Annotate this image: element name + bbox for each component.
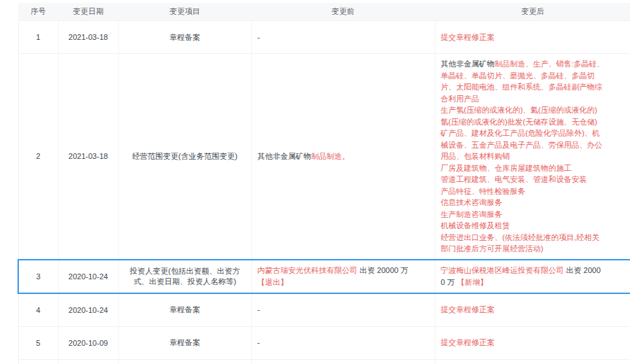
table-header: 序号 变更日期 变更项目 变更前 变更后 xyxy=(18,3,630,21)
text-segment: 内蒙古瑞安光伏科技有限公司 xyxy=(258,266,358,274)
before-cell: - xyxy=(251,21,435,54)
item-cell: 经营范围变更(含业务范围变更) xyxy=(118,54,251,260)
text-segment: 片、太阳能电池、组件和系统、多晶硅副产物综 xyxy=(441,83,603,91)
text-segment: 提交章程修正案 xyxy=(441,305,495,314)
text-line: - xyxy=(258,31,429,43)
item-cell: 联络员备案带有*标记的为法定代表人 xyxy=(118,359,251,364)
text-line: 提交章程修正案 xyxy=(441,31,626,43)
text-segment: 提交章程修正案 xyxy=(441,33,495,41)
text-line: 其他非金属矿物制品制造、生产、销售:多晶硅、 xyxy=(441,58,626,70)
date-cell: 2021-03-18 xyxy=(58,54,118,260)
text-line: 信息技术咨询服务 xyxy=(441,197,626,209)
item-label: 经营范围变更(含业务范围变更) xyxy=(125,151,246,162)
before-cell: 内蒙古瑞安光伏科技有限公司 出资 20000 万【退出】 xyxy=(251,260,435,293)
column-header-seq: 序号 xyxy=(18,3,58,21)
text-line: - xyxy=(258,304,429,316)
text-segment: 提交章程修正案 xyxy=(441,338,495,346)
after-cell: 提交章程修正案 xyxy=(435,21,630,54)
text-line: 用品、包装材料购销 xyxy=(441,150,626,162)
text-segment: 用品、包装材料购销 xyxy=(441,152,510,160)
text-segment: 0 万 xyxy=(441,278,457,286)
item-cell: 章程备案 xyxy=(118,293,251,327)
seq-cell: 1 xyxy=(18,21,58,54)
text-segment: 宁波梅山保税港区峰运投资有限公司 xyxy=(441,266,564,274)
text-line: 0 万 【新增】 xyxy=(441,276,625,288)
text-line: 氩(压缩的或液化的)批发(无储存设施、无仓储) xyxy=(441,116,626,128)
text-segment: 其他非金属矿物 xyxy=(441,59,495,68)
text-segment: 出资 2000 xyxy=(564,266,601,274)
seq-cell: 5 xyxy=(18,326,58,359)
text-line: 产品特征、特性检验服务 xyxy=(441,186,626,197)
table-row: 22021-03-18经营范围变更(含业务范围变更)其他非金属矿物制品制造。其他… xyxy=(18,54,630,260)
column-header-date: 变更日期 xyxy=(58,3,118,21)
item-label: 章程备案 xyxy=(125,32,246,43)
before-cell: - xyxy=(251,326,435,359)
text-line: 片、太阳能电池、组件和系统、多晶硅副产物综 xyxy=(441,81,626,93)
text-line: 单晶硅、单晶切片、磨抛光、多晶硅、多晶切 xyxy=(441,70,626,82)
before-cell: 其他非金属矿物制品制造。 xyxy=(251,54,435,260)
table-row-highlighted: 32020-10-24投资人变更(包括出资额、出资方式、出资日期、投资人名称等)… xyxy=(18,260,630,293)
text-segment: 氩(压缩的或液化的)批发(无储存设施、无仓储) xyxy=(441,118,598,126)
change-records-table: 序号 变更日期 变更项目 变更前 变更后 12021-03-18章程备案-提交章… xyxy=(18,3,630,364)
text-line: 提交章程修正案 xyxy=(441,304,626,316)
column-header-before: 变更前 xyxy=(251,3,435,21)
text-line: 经营进出口业务、(依法须经批准的项目,经相关 xyxy=(441,232,626,244)
text-segment: 械设备、五金产品及电子产品、劳保用品、办公 xyxy=(441,141,603,149)
text-line: 生产氢(压缩的或液化的)、氦(压缩的或液化的) xyxy=(441,104,626,116)
text-line: 宁波梅山保税港区峰运投资有限公司 出资 2000 xyxy=(441,265,625,276)
text-segment: 机械设备维修及租赁 xyxy=(441,221,510,230)
text-line: 厂房及建筑物、仓库房屋建筑物的施工 xyxy=(441,162,626,174)
before-cell: - xyxy=(251,293,435,327)
item-cell: 章程备案 xyxy=(118,326,251,359)
column-header-item: 变更项目 xyxy=(118,3,251,21)
item-cell: 投资人变更(包括出资额、出资方式、出资日期、投资人名称等) xyxy=(118,260,251,293)
seq-cell: 6 xyxy=(18,359,58,364)
text-line: 其他非金属矿物制品制造。 xyxy=(258,150,429,162)
text-segment: - xyxy=(258,338,260,346)
date-cell: 2020-10-24 xyxy=(58,260,118,293)
table-body: 12021-03-18章程备案-提交章程修正案22021-03-18经营范围变更… xyxy=(18,21,630,364)
text-line: 内蒙古瑞安光伏科技有限公司 出资 20000 万 xyxy=(258,265,429,276)
date-cell: 2020-10-24 xyxy=(58,293,118,327)
item-label: 章程备案 xyxy=(125,304,246,315)
header-row: 序号 变更日期 变更项目 变更前 变更后 xyxy=(18,3,630,21)
table-row: 52020-10-09章程备案-提交章程修正案 xyxy=(18,326,630,359)
text-segment: 其他非金属矿物 xyxy=(258,152,312,160)
text-segment: 合利用产品 xyxy=(441,94,479,103)
column-header-after: 变更后 xyxy=(435,3,630,21)
text-segment: 【新增】 xyxy=(457,278,488,286)
after-cell: 宁波梅山保税港区峰运投资有限公司 出资 20000 万 【新增】 xyxy=(435,260,630,293)
text-segment: 经营进出口业务、(依法须经批准的项目,经相关 xyxy=(441,233,600,241)
text-segment: 单晶硅、单晶切片、磨抛光、多晶硅、多晶切 xyxy=(441,71,595,80)
seq-cell: 3 xyxy=(18,260,58,293)
item-cell: 章程备案 xyxy=(118,21,251,54)
text-line: 合利用产品 xyxy=(441,93,626,105)
after-cell: 其他非金属矿物制品制造、生产、销售:多晶硅、单晶硅、单晶切片、磨抛光、多晶硅、多… xyxy=(435,54,630,260)
text-line: 械设备、五金产品及电子产品、劳保用品、办公 xyxy=(441,139,626,151)
date-cell: 2021-03-18 xyxy=(58,21,118,54)
seq-cell: 2 xyxy=(18,54,58,260)
text-line: 管道工程建筑、电气安装、管道和设备安装 xyxy=(441,174,626,186)
text-line: 【退出】 xyxy=(258,276,429,288)
item-label: 章程备案 xyxy=(125,337,246,348)
text-line: 提交章程修正案 xyxy=(441,337,626,349)
text-segment: - xyxy=(258,305,260,314)
before-cell: 王朋* xyxy=(251,359,435,364)
table-row: 62020-10-09联络员备案带有*标记的为法定代表人王朋*王朋* xyxy=(18,359,630,364)
text-segment: 信息技术咨询服务 xyxy=(441,198,503,206)
text-segment: 管道工程建筑、电气安装、管道和设备安装 xyxy=(441,175,587,183)
text-segment: 【退出】 xyxy=(258,278,288,286)
text-segment: 出资 20000 万 xyxy=(358,266,409,274)
text-line: 部门批准后方可开展经营活动) xyxy=(441,243,626,255)
text-segment: 制品制造、生产、销售:多晶硅、 xyxy=(495,59,605,68)
after-cell: 提交章程修正案 xyxy=(435,326,630,359)
text-segment: 生产氢(压缩的或液化的)、氦(压缩的或液化的) xyxy=(441,106,598,114)
text-line: 矿产品、建材及化工产品(危险化学品除外)、机 xyxy=(441,127,626,139)
text-line: 机械设备维修及租赁 xyxy=(441,220,626,232)
text-segment: 生产制造咨询服务 xyxy=(441,210,503,218)
text-segment: - xyxy=(258,33,260,41)
text-segment: 部门批准后方可开展经营活动) xyxy=(441,244,544,253)
text-segment: 厂房及建筑物、仓库房屋建筑物的施工 xyxy=(441,164,572,172)
table-row: 12021-03-18章程备案-提交章程修正案 xyxy=(18,21,630,54)
text-segment: 产品特征、特性检验服务 xyxy=(441,187,526,195)
